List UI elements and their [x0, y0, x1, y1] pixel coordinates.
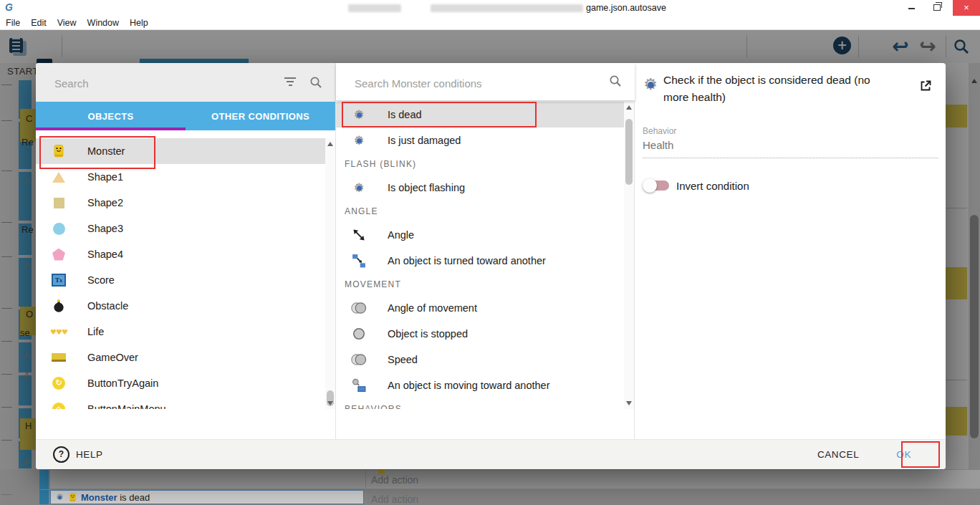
menu-file[interactable]: File: [6, 18, 28, 28]
object-item-buttontryagain[interactable]: ↻ButtonTryAgain: [36, 370, 325, 396]
monster-icon: [50, 144, 67, 158]
triangle-icon: [50, 170, 67, 184]
object-label: Shape3: [87, 223, 123, 234]
condition-item-an-object-is-turned-toward-another[interactable]: An object is turned toward another: [336, 248, 625, 274]
object-label: Shape1: [87, 171, 123, 183]
banner-icon: [50, 350, 67, 365]
tab-objects[interactable]: OBJECTS: [36, 102, 186, 130]
object-label: Life: [87, 326, 104, 337]
gear-icon: ⚙: [350, 107, 368, 122]
ok-button[interactable]: OK: [896, 449, 911, 460]
selected-event-condition-row[interactable]: ⚙ Monster is dead: [50, 490, 364, 504]
condition-item-is-object-flashing[interactable]: ⚙Is object flashing: [336, 175, 625, 201]
menu-help[interactable]: Help: [130, 18, 156, 28]
object-item-score[interactable]: TxScore: [36, 267, 325, 293]
objects-scrollbar[interactable]: [325, 138, 335, 409]
object-label: GameOver: [87, 352, 138, 363]
object-item-shape1[interactable]: Shape1: [36, 164, 325, 190]
title-bar: G game.json.autosave ×: [0, 0, 980, 16]
object-label: Shape2: [87, 197, 123, 208]
condition-label: Is dead: [388, 109, 422, 120]
condition-label: Angle: [388, 229, 414, 241]
help-button[interactable]: ? HELP: [53, 446, 103, 463]
gear-icon: ⚙: [642, 76, 659, 93]
toggle-knob[interactable]: [643, 178, 657, 193]
condition-item-is-just-damaged[interactable]: ⚙Is just damaged: [336, 128, 625, 153]
object-item-shape4[interactable]: Shape4: [36, 241, 325, 267]
tab-label: OBJECTS: [87, 111, 133, 122]
invert-condition-toggle[interactable]: [645, 181, 669, 191]
minimize-button[interactable]: [900, 0, 922, 16]
object-item-buttonmainmenu[interactable]: ⌂ButtonMainMenu: [36, 396, 325, 409]
menu-bar: FileEditViewWindowHelp: [0, 16, 980, 30]
object-item-shape2[interactable]: Shape2: [36, 190, 325, 216]
object-label: ButtonMainMenu: [87, 403, 166, 409]
search-icon[interactable]: [609, 74, 622, 87]
instruction-editor-dialog: OBJECTSOTHER CONDITIONS MonsterShape1Sha…: [36, 63, 946, 469]
circle-icon: [50, 221, 67, 236]
object-panel-tabs: OBJECTSOTHER CONDITIONS: [36, 102, 335, 130]
scrollbar-thumb[interactable]: [327, 390, 334, 406]
condition-label: An object is moving toward another: [388, 380, 550, 391]
window-title: game.json.autosave: [586, 3, 666, 13]
condition-action-divider: [365, 470, 366, 505]
object-item-shape3[interactable]: Shape3: [36, 216, 325, 241]
behavior-value[interactable]: Health: [643, 139, 673, 151]
add-action-link[interactable]: Add action: [371, 474, 418, 486]
tree-tick: [1, 494, 11, 495]
field-underline: [643, 158, 938, 158]
object-label: Shape4: [87, 249, 123, 260]
event-row[interactable]: [50, 470, 980, 489]
tab-other-conditions[interactable]: OTHER CONDITIONS: [186, 102, 335, 130]
gear-icon: ⚙: [350, 181, 368, 195]
object-label: Score: [87, 274, 115, 286]
object-item-life[interactable]: ♥♥♥Life: [36, 319, 325, 345]
object-item-obstacle[interactable]: Obstacle: [36, 293, 325, 319]
close-button[interactable]: ×: [953, 0, 980, 16]
hearts-icon: ♥♥♥: [50, 324, 67, 339]
condition-label: An object is turned toward another: [388, 255, 546, 266]
scrollbar-thumb[interactable]: [625, 119, 633, 185]
events-sheet-bottom: Add action ⚙ Monster is dead Add action: [0, 469, 980, 505]
cancel-button[interactable]: CANCEL: [817, 449, 859, 460]
object-label: Monster: [87, 145, 125, 157]
menu-view[interactable]: View: [57, 18, 85, 28]
tab-label: OTHER CONDITIONS: [211, 111, 309, 122]
search-icon[interactable]: [309, 76, 322, 89]
condition-item-an-object-is-moving-toward-another[interactable]: An object is moving toward another: [336, 372, 625, 398]
object-item-gameover[interactable]: GameOver: [36, 345, 325, 370]
object-search-bar: [36, 63, 335, 102]
condition-group-header: ANGLE: [336, 201, 625, 222]
condition-item-angle-of-movement[interactable]: Angle of movement: [336, 295, 625, 321]
condition-item-is-dead[interactable]: ⚙Is dead: [336, 102, 625, 128]
condition-group-header: MOVEMENT: [336, 274, 625, 295]
restore-button[interactable]: [926, 0, 948, 16]
conditions-list: ⚙Is dead⚙Is just damagedFLASH (BLINK)⚙Is…: [336, 102, 625, 409]
filter-icon[interactable]: [284, 77, 297, 87]
condition-description: Check if the object is considered dead (…: [663, 72, 894, 106]
text-object-icon: Tx: [50, 273, 67, 287]
condition-search-input[interactable]: [353, 74, 557, 92]
condition-item-object-is-stopped[interactable]: Object is stopped: [336, 321, 625, 347]
object-search-input[interactable]: [53, 74, 256, 92]
event-highlight-bar: [39, 490, 49, 504]
gear-icon: ⚙: [350, 133, 368, 148]
event-highlight-bar: [39, 470, 49, 489]
condition-group-header: BEHAVIORS: [336, 398, 625, 409]
conditions-panel: ⚙Is dead⚙Is just damagedFLASH (BLINK)⚙Is…: [335, 63, 635, 439]
object-label: Obstacle: [87, 300, 128, 312]
menu-edit[interactable]: Edit: [31, 18, 54, 28]
two-circles-icon: [350, 301, 368, 315]
open-in-new-icon[interactable]: [918, 79, 933, 93]
condition-text: Monster is dead: [81, 492, 150, 503]
angle-arrows-icon: [350, 228, 368, 242]
add-action-link[interactable]: Add action: [371, 494, 418, 505]
object-item-monster[interactable]: Monster: [36, 138, 325, 164]
menu-window[interactable]: Window: [87, 18, 127, 28]
conditions-scrollbar[interactable]: [624, 102, 634, 409]
retry-button-icon: ↻: [50, 376, 67, 390]
condition-item-angle[interactable]: Angle: [336, 222, 625, 248]
two-circles-icon: [350, 352, 368, 367]
monster-icon: [68, 493, 77, 502]
condition-item-speed[interactable]: Speed: [336, 347, 625, 372]
